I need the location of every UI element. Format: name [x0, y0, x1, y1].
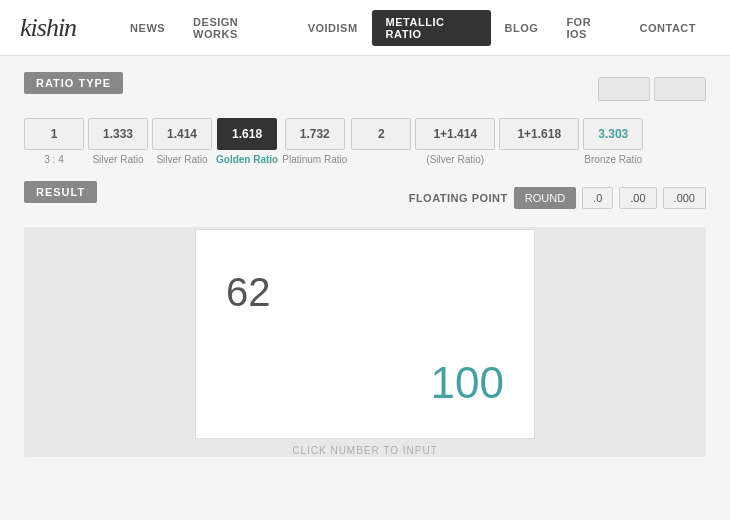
result-header: RESULT FLOATING POINT ROUND.0.00.000 — [24, 181, 706, 215]
ratio-sub-r5: Platinum Ratio — [282, 154, 347, 165]
ratio-btn-r8[interactable]: 1+1.618 — [499, 118, 579, 150]
ratio-btn-wrapper-r5[interactable]: 1.732Platinum Ratio — [282, 118, 347, 165]
toggle-btn-a[interactable] — [598, 77, 650, 101]
ratio-btn-r1[interactable]: 1 — [24, 118, 84, 150]
click-label: CLICK NUMBER TO INPUT — [292, 445, 438, 456]
result-box[interactable]: 62 100 — [195, 229, 535, 439]
ratio-btn-wrapper-r2[interactable]: 1.333Silver Ratio — [88, 118, 148, 165]
ratio-sub-r4: Golden Ratio — [216, 154, 278, 165]
ratio-btn-wrapper-r1[interactable]: 13 : 4 — [24, 118, 84, 165]
ratio-btn-wrapper-r7[interactable]: 1+1.414(Silver Ratio) — [415, 118, 495, 165]
fp-btn-fp3[interactable]: .000 — [663, 187, 706, 209]
nav-item-contact[interactable]: CONTACT — [626, 16, 710, 40]
ratio-buttons-container: 13 : 41.333Silver Ratio1.414Silver Ratio… — [24, 118, 706, 165]
nav-item-metallic-ratio[interactable]: METALLIC RATIO — [372, 10, 491, 46]
ratio-btn-wrapper-r4[interactable]: 1.618Golden Ratio — [216, 118, 278, 165]
fp-btn-round[interactable]: ROUND — [514, 187, 576, 209]
nav-item-for-ios[interactable]: FOR iOS — [552, 10, 625, 46]
ratio-btn-wrapper-r9[interactable]: 3.303Bronze Ratio — [583, 118, 643, 165]
nav-item-design-works[interactable]: DESIGN WORKS — [179, 10, 294, 46]
ratio-toggle-group — [598, 77, 706, 101]
ratio-btn-r6[interactable]: 2 — [351, 118, 411, 150]
ratio-sub-r1: 3 : 4 — [44, 154, 63, 165]
main-nav: NEWSDESIGN WORKSVOIDISMMETALLIC RATIOBLO… — [116, 10, 710, 46]
ratio-btn-r4[interactable]: 1.618 — [217, 118, 277, 150]
ratio-btn-r9[interactable]: 3.303 — [583, 118, 643, 150]
result-area: 62 100 CLICK NUMBER TO INPUT — [24, 227, 706, 457]
ratio-type-label: RATIO TYPE — [24, 72, 123, 94]
nav-item-news[interactable]: NEWS — [116, 16, 179, 40]
header: kishin NEWSDESIGN WORKSVOIDISMMETALLIC R… — [0, 0, 730, 56]
fp-label: FLOATING POINT — [409, 192, 508, 204]
fp-btn-fp2[interactable]: .00 — [619, 187, 656, 209]
toggle-btn-b[interactable] — [654, 77, 706, 101]
ratio-btn-r2[interactable]: 1.333 — [88, 118, 148, 150]
ratio-type-header: RATIO TYPE — [24, 72, 706, 106]
ratio-btn-r5[interactable]: 1.732 — [285, 118, 345, 150]
nav-item-blog[interactable]: BLOG — [491, 16, 553, 40]
logo: kishin — [20, 13, 76, 43]
floating-point-group: FLOATING POINT ROUND.0.00.000 — [409, 187, 706, 209]
fp-btn-fp1[interactable]: .0 — [582, 187, 613, 209]
ratio-btn-wrapper-r6[interactable]: 2 — [351, 118, 411, 165]
ratio-btn-wrapper-r3[interactable]: 1.414Silver Ratio — [152, 118, 212, 165]
main-content: RATIO TYPE 13 : 41.333Silver Ratio1.414S… — [0, 56, 730, 473]
ratio-sub-r3: Silver Ratio — [156, 154, 207, 165]
result-label: RESULT — [24, 181, 97, 203]
result-bottom-number[interactable]: 100 — [431, 358, 504, 408]
result-top-number[interactable]: 62 — [226, 270, 271, 315]
nav-item-voidism[interactable]: VOIDISM — [294, 16, 372, 40]
result-col: 62 100 CLICK NUMBER TO INPUT — [195, 229, 535, 456]
ratio-sub-r2: Silver Ratio — [92, 154, 143, 165]
ratio-btn-wrapper-r8[interactable]: 1+1.618 — [499, 118, 579, 165]
ratio-sub-r9: Bronze Ratio — [584, 154, 642, 165]
ratio-sub-r7: (Silver Ratio) — [426, 154, 484, 165]
ratio-btn-r3[interactable]: 1.414 — [152, 118, 212, 150]
ratio-btn-r7[interactable]: 1+1.414 — [415, 118, 495, 150]
